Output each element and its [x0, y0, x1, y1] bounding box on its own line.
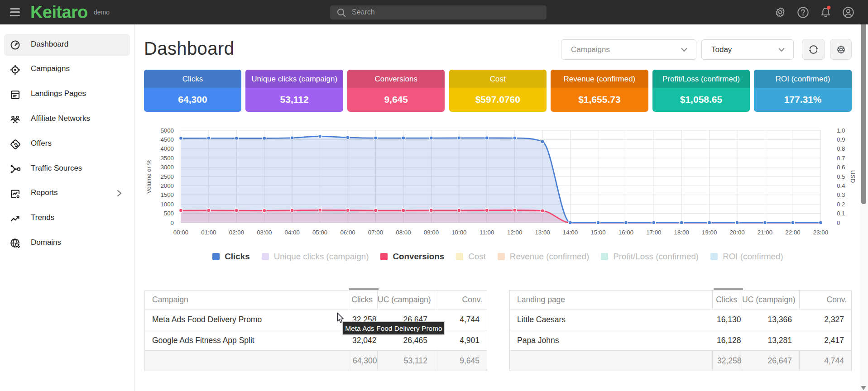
- svg-text:09:00: 09:00: [424, 229, 439, 236]
- svg-text:500: 500: [164, 210, 174, 217]
- svg-text:0.5: 0.5: [837, 173, 845, 180]
- svg-text:0.8: 0.8: [837, 145, 845, 152]
- svg-text:0.7: 0.7: [837, 155, 845, 162]
- svg-text:0.4: 0.4: [837, 182, 845, 189]
- svg-text:Volume or %: Volume or %: [145, 159, 152, 194]
- svg-text:0.6: 0.6: [837, 164, 845, 171]
- svg-text:05:00: 05:00: [312, 229, 327, 236]
- svg-text:USD: USD: [849, 170, 855, 183]
- svg-text:21:00: 21:00: [758, 229, 772, 236]
- svg-text:20:00: 20:00: [729, 229, 744, 236]
- svg-text:5000: 5000: [160, 127, 174, 134]
- svg-text:0.9: 0.9: [837, 136, 845, 143]
- svg-text:3500: 3500: [160, 155, 174, 162]
- svg-text:19:00: 19:00: [702, 229, 717, 236]
- svg-text:0.3: 0.3: [837, 191, 845, 198]
- svg-text:03:00: 03:00: [257, 229, 272, 236]
- svg-text:2000: 2000: [160, 182, 174, 189]
- svg-text:0: 0: [171, 219, 174, 226]
- svg-text:11:00: 11:00: [480, 229, 494, 236]
- svg-text:23:00: 23:00: [813, 229, 828, 236]
- svg-text:16:00: 16:00: [619, 229, 633, 236]
- svg-text:08:00: 08:00: [396, 229, 411, 236]
- svg-text:17:00: 17:00: [646, 229, 661, 236]
- svg-text:13:00: 13:00: [535, 229, 550, 236]
- svg-text:07:00: 07:00: [368, 229, 383, 236]
- svg-text:10:00: 10:00: [451, 229, 466, 236]
- svg-text:0: 0: [837, 219, 840, 226]
- svg-text:2500: 2500: [160, 173, 174, 180]
- svg-text:0.1: 0.1: [837, 210, 845, 217]
- svg-text:00:00: 00:00: [173, 229, 188, 236]
- svg-text:01:00: 01:00: [201, 229, 216, 236]
- svg-text:14:00: 14:00: [563, 229, 578, 236]
- svg-text:15:00: 15:00: [590, 229, 605, 236]
- svg-text:18:00: 18:00: [674, 229, 689, 236]
- svg-text:4500: 4500: [160, 136, 174, 143]
- svg-text:06:00: 06:00: [340, 229, 355, 236]
- svg-text:04:00: 04:00: [285, 229, 300, 236]
- svg-text:02:00: 02:00: [229, 229, 244, 236]
- svg-text:1000: 1000: [160, 201, 174, 208]
- svg-text:0.2: 0.2: [837, 201, 845, 208]
- svg-text:3000: 3000: [160, 164, 174, 171]
- svg-text:22:00: 22:00: [785, 229, 800, 236]
- svg-text:12:00: 12:00: [507, 229, 522, 236]
- svg-text:1.0: 1.0: [837, 127, 845, 134]
- svg-text:1500: 1500: [160, 191, 174, 198]
- svg-text:4000: 4000: [160, 145, 174, 152]
